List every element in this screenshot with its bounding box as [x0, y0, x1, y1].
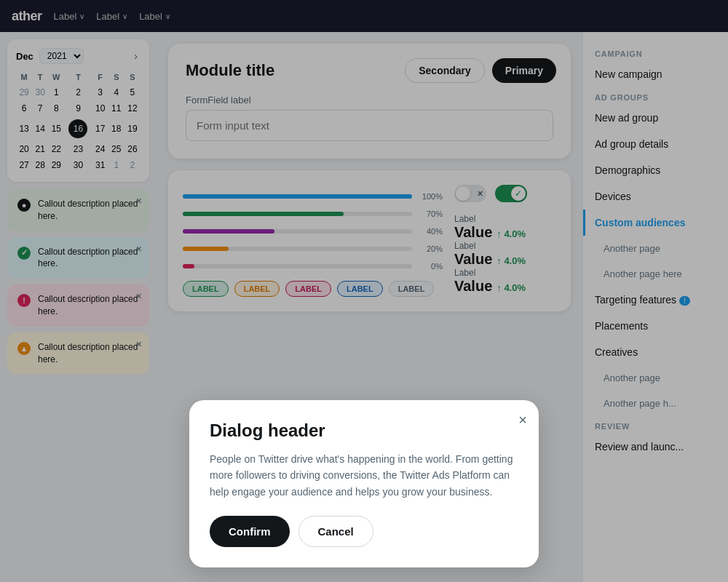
dialog-body: People on Twitter drive what's happening… — [210, 451, 518, 500]
dialog-header: Dialog header — [210, 420, 518, 441]
dialog-overlay: × Dialog header People on Twitter drive … — [0, 0, 728, 582]
dialog: × Dialog header People on Twitter drive … — [189, 400, 539, 567]
cancel-button[interactable]: Cancel — [298, 516, 373, 547]
confirm-button[interactable]: Confirm — [210, 516, 290, 547]
dialog-close-button[interactable]: × — [518, 412, 527, 428]
dialog-actions: Confirm Cancel — [210, 516, 518, 547]
